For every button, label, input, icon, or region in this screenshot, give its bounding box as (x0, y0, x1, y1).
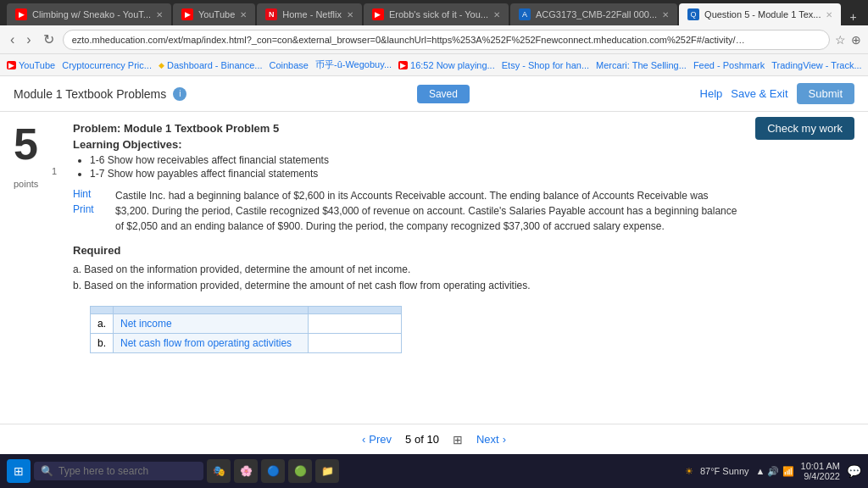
table-header-col1 (114, 307, 309, 314)
tab-close-acg[interactable]: ✕ (662, 10, 669, 19)
tab-netflix[interactable]: N Home - Netflix ✕ (257, 3, 362, 25)
problem-header: Problem: Module 1 Textbook Problem 5 Lea… (73, 122, 742, 180)
tab-label-question5: Question 5 - Module 1 Tex... (704, 9, 821, 19)
page-header-left: Module 1 Textbook Problems i (14, 87, 186, 101)
tab-label-acg: ACG3173_CMB-22Fall 000... (536, 9, 657, 19)
page-title: Module 1 Textbook Problems (14, 87, 166, 101)
help-link[interactable]: Help (700, 87, 723, 100)
tab-close-youtube[interactable]: ✕ (240, 10, 247, 19)
bookmark-wegobuy[interactable]: 币乎-û-Wegobuy... (315, 58, 392, 71)
row-label-a: a. (91, 314, 114, 334)
side-links: Hint Print (73, 188, 115, 244)
page-header: Module 1 Textbook Problems i Saved Help … (0, 76, 868, 112)
bookmark-label-crypto: Cryptocurrency Pric... (62, 60, 152, 70)
save-exit-button[interactable]: Save & Exit (731, 87, 787, 100)
extensions-icon[interactable]: ⊕ (851, 33, 861, 47)
answer-input-b[interactable] (315, 337, 394, 349)
table-row-b: b. Net cash flow from operating activiti… (91, 334, 402, 353)
tab-climbing[interactable]: ▶ Climbing w/ Sneako - YouT... ✕ (7, 3, 171, 25)
bookmark-favicon-playing: ▶ (398, 61, 408, 69)
check-work-row: Check my work (0, 112, 868, 122)
bookmark-tradingview[interactable]: TradingView - Track... (771, 60, 861, 70)
required-item-b: b. Based on the information provided, de… (73, 278, 742, 294)
header-actions: Help Save & Exit Submit (700, 83, 854, 104)
tab-favicon-youtube: ▶ (181, 8, 193, 20)
required-label: Required (73, 244, 742, 257)
hint-link[interactable]: Hint (73, 188, 115, 200)
table-row-a: a. Net income (91, 314, 402, 334)
check-my-work-button[interactable]: Check my work (755, 117, 854, 140)
bookmark-label-etsy: Etsy - Shop for han... (502, 60, 589, 70)
item-label-b: Net cash flow from operating activities (114, 334, 309, 353)
bookmark-crypto[interactable]: Cryptocurrency Pric... (62, 60, 152, 70)
url-bar[interactable]: ezto.mheducation.com/ext/map/index.html?… (63, 30, 830, 50)
required-items: a. Based on the information provided, de… (73, 262, 742, 294)
bookmark-label-wegobuy: 币乎-û-Wegobuy... (315, 58, 392, 71)
tab-label-climbing: Climbing w/ Sneako - YouT... (32, 9, 151, 19)
input-cell-b[interactable] (309, 334, 402, 353)
objective-1: 1-6 Show how receivables affect financia… (90, 154, 742, 166)
forward-button[interactable]: › (23, 30, 34, 49)
new-tab-button[interactable]: + (846, 8, 860, 25)
tab-label-netflix: Home - Netflix (282, 9, 342, 19)
print-link[interactable]: Print (73, 203, 115, 215)
tab-label-erobb: Erobb's sick of it - You... (389, 9, 488, 19)
required-item-a: a. Based on the information provided, de… (73, 262, 742, 278)
bookmark-favicon-binance: ◆ (159, 61, 164, 69)
tab-close-question5[interactable]: ✕ (826, 10, 832, 19)
input-cell-a[interactable] (309, 314, 402, 334)
table-header-col2 (309, 307, 402, 314)
bookmarks-bar: ▶ YouTube Cryptocurrency Pric... ◆ Dashb… (0, 54, 868, 76)
tab-close-netflix[interactable]: ✕ (347, 10, 353, 19)
bookmark-mercari[interactable]: Mercari: The Selling... (596, 60, 687, 70)
tab-favicon-climbing: ▶ (15, 8, 27, 20)
bookmark-playing[interactable]: ▶ 16:52 Now playing... (398, 60, 495, 70)
url-text: ezto.mheducation.com/ext/map/index.html?… (72, 35, 750, 45)
row-label-b: b. (91, 334, 114, 353)
points-value: 1 (52, 166, 57, 176)
objectives-label: Learning Objectives: (73, 138, 742, 151)
tab-erobb[interactable]: ▶ Erobb's sick of it - You... ✕ (364, 3, 509, 25)
answer-input-a[interactable] (315, 318, 394, 330)
refresh-button[interactable]: ↻ (40, 30, 58, 49)
submit-button[interactable]: Submit (797, 83, 854, 104)
problem-description: Castile Inc. had a beginning balance of … (115, 188, 742, 234)
main-content: Problem: Module 1 Textbook Problem 5 Lea… (73, 122, 742, 353)
tab-label-youtube: YouTube (198, 9, 235, 19)
bookmark-label-tradingview: TradingView - Track... (771, 60, 861, 70)
saved-area: Saved (186, 85, 699, 103)
tab-favicon-acg: A (519, 8, 531, 20)
saved-button[interactable]: Saved (417, 85, 470, 103)
back-button[interactable]: ‹ (7, 30, 18, 49)
points-label: points (14, 179, 38, 189)
tab-close-erobb[interactable]: ✕ (493, 10, 500, 19)
table-header-row (91, 307, 402, 314)
description-area: Castile Inc. had a beginning balance of … (115, 188, 742, 244)
bookmark-coinbase[interactable]: Coinbase (270, 60, 309, 70)
objectives-list: 1-6 Show how receivables affect financia… (73, 154, 742, 180)
bookmark-label-playing: 16:52 Now playing... (410, 60, 495, 70)
bookmark-binance[interactable]: ◆ Dashboard - Binance... (159, 60, 263, 70)
tab-favicon-netflix: N (265, 8, 277, 20)
tab-bar: ▶ Climbing w/ Sneako - YouT... ✕ ▶ YouTu… (0, 0, 868, 25)
item-label-a: Net income (114, 314, 309, 334)
tab-acg[interactable]: A ACG3173_CMB-22Fall 000... ✕ (510, 3, 677, 25)
tab-question5[interactable]: Q Question 5 - Module 1 Tex... ✕ (679, 3, 841, 25)
bookmark-label-coinbase: Coinbase (270, 60, 309, 70)
required-section: Required a. Based on the information pro… (73, 244, 742, 294)
bookmark-poshmark[interactable]: Feed - Poshmark (693, 60, 765, 70)
footer-nav: ‹ Prev 5 of 10 ⊞ Next › (0, 424, 868, 429)
tab-close-climbing[interactable]: ✕ (156, 10, 163, 19)
objective-2: 1-7 Show how payables affect financial s… (90, 168, 742, 180)
problem-number-area: 5 1 points (14, 122, 73, 353)
page-content: Module 1 Textbook Problems i Saved Help … (0, 76, 868, 429)
bookmark-label-mercari: Mercari: The Selling... (596, 60, 687, 70)
star-icon[interactable]: ☆ (835, 33, 846, 47)
info-icon[interactable]: i (173, 87, 186, 101)
tab-favicon-question5: Q (687, 8, 699, 20)
bookmark-label-youtube: YouTube (19, 60, 55, 70)
tab-youtube[interactable]: ▶ YouTube ✕ (173, 3, 255, 25)
address-bar: ‹ › ↻ ezto.mheducation.com/ext/map/index… (0, 25, 868, 54)
bookmark-youtube[interactable]: ▶ YouTube (7, 60, 55, 70)
bookmark-etsy[interactable]: Etsy - Shop for han... (502, 60, 589, 70)
